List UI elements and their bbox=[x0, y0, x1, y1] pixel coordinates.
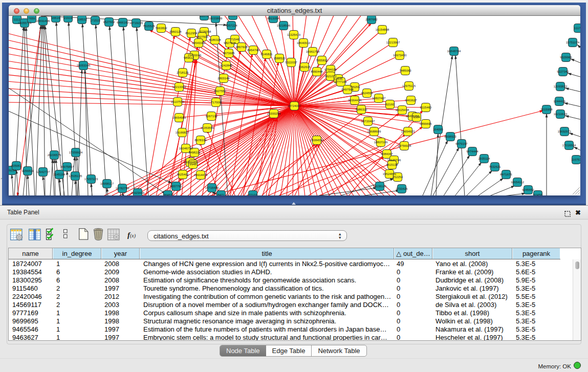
svg-text:16616: 16616 bbox=[52, 16, 60, 19]
svg-text:11670: 11670 bbox=[200, 16, 209, 17]
svg-text:3673685: 3673685 bbox=[223, 52, 235, 55]
svg-text:12505135: 12505135 bbox=[69, 174, 82, 178]
svg-text:16914479: 16914479 bbox=[194, 173, 208, 177]
svg-text:21919: 21919 bbox=[64, 16, 73, 19]
svg-text:2803144: 2803144 bbox=[217, 77, 230, 80]
svg-text:8454749: 8454749 bbox=[247, 49, 259, 52]
svg-text:16782759: 16782759 bbox=[116, 187, 129, 190]
svg-text:15226058: 15226058 bbox=[198, 30, 211, 33]
svg-text:835061: 835061 bbox=[11, 164, 22, 167]
svg-text:12975115: 12975115 bbox=[402, 84, 416, 87]
svg-text:989612: 989612 bbox=[184, 56, 194, 59]
svg-text:3624554: 3624554 bbox=[361, 92, 373, 95]
svg-text:11325419: 11325419 bbox=[287, 33, 301, 36]
svg-text:8912954: 8912954 bbox=[185, 32, 198, 35]
svg-text:20691406: 20691406 bbox=[36, 19, 50, 23]
svg-text:15720407: 15720407 bbox=[361, 120, 375, 123]
svg-text:9777169: 9777169 bbox=[335, 80, 347, 83]
svg-text:12213369: 12213369 bbox=[172, 85, 186, 89]
svg-text:2087682: 2087682 bbox=[365, 18, 378, 21]
svg-text:16154808: 16154808 bbox=[376, 28, 389, 31]
svg-text:9115460: 9115460 bbox=[420, 106, 432, 109]
svg-text:25300293: 25300293 bbox=[267, 112, 281, 115]
svg-text:19756928: 19756928 bbox=[398, 144, 411, 147]
svg-text:92456: 92456 bbox=[534, 193, 542, 195]
svg-text:62160: 62160 bbox=[386, 103, 395, 106]
svg-text:8813054: 8813054 bbox=[267, 17, 279, 20]
svg-text:15751074: 15751074 bbox=[566, 41, 580, 44]
svg-text:10973493: 10973493 bbox=[393, 54, 407, 57]
svg-text:7955812: 7955812 bbox=[316, 59, 328, 62]
svg-text:9948: 9948 bbox=[189, 163, 197, 166]
svg-text:77103: 77103 bbox=[249, 193, 257, 195]
svg-text:15716485: 15716485 bbox=[205, 186, 219, 189]
svg-text:12093822: 12093822 bbox=[554, 85, 568, 88]
svg-text:71546: 71546 bbox=[231, 38, 239, 41]
svg-text:6479197: 6479197 bbox=[455, 142, 468, 145]
svg-text:8471: 8471 bbox=[217, 193, 225, 195]
svg-text:8938923: 8938923 bbox=[444, 135, 456, 138]
svg-text:7659: 7659 bbox=[28, 17, 35, 20]
svg-text:3215958: 3215958 bbox=[540, 108, 553, 111]
svg-text:17359924: 17359924 bbox=[69, 151, 83, 154]
svg-text:18640910: 18640910 bbox=[297, 41, 311, 45]
svg-text:9463627: 9463627 bbox=[405, 99, 417, 102]
svg-text:2718126: 2718126 bbox=[177, 71, 189, 74]
svg-text:16120746: 16120746 bbox=[387, 159, 401, 162]
svg-text:108532: 108532 bbox=[77, 18, 88, 21]
svg-text:9827500: 9827500 bbox=[196, 35, 208, 38]
svg-text:12942737: 12942737 bbox=[36, 170, 50, 173]
svg-text:16210643: 16210643 bbox=[554, 113, 568, 116]
svg-text:9242848: 9242848 bbox=[220, 64, 232, 67]
svg-text:1527602: 1527602 bbox=[103, 20, 115, 24]
svg-text:164095: 164095 bbox=[433, 128, 444, 131]
svg-text:16543382: 16543382 bbox=[192, 41, 206, 45]
svg-text:7663822: 7663822 bbox=[155, 27, 167, 30]
svg-text:1362615: 1362615 bbox=[298, 65, 311, 69]
svg-text:20206576: 20206576 bbox=[48, 154, 61, 157]
svg-text:16046738: 16046738 bbox=[179, 147, 193, 150]
svg-text:1112: 1112 bbox=[14, 18, 20, 21]
svg-text:10719155: 10719155 bbox=[129, 21, 143, 25]
svg-text:116753: 116753 bbox=[571, 158, 580, 161]
svg-text:9474444: 9474444 bbox=[466, 150, 478, 153]
svg-text:6466160: 6466160 bbox=[117, 21, 129, 24]
svg-text:16848784: 16848784 bbox=[447, 50, 461, 53]
svg-text:20657: 20657 bbox=[229, 16, 237, 17]
svg-text:8471676: 8471676 bbox=[500, 173, 512, 176]
svg-text:1156819: 1156819 bbox=[22, 169, 34, 172]
svg-text:14136141: 14136141 bbox=[373, 185, 387, 188]
svg-text:171515: 171515 bbox=[90, 19, 101, 22]
svg-text:7485063: 7485063 bbox=[399, 69, 411, 72]
svg-text:11170: 11170 bbox=[574, 27, 580, 30]
svg-text:3498222: 3498222 bbox=[188, 151, 201, 154]
svg-text:6497568: 6497568 bbox=[341, 88, 354, 91]
svg-text:39154: 39154 bbox=[9, 169, 16, 172]
svg-text:16107553: 16107553 bbox=[171, 100, 185, 103]
svg-text:5322037: 5322037 bbox=[285, 61, 297, 64]
svg-text:12213967: 12213967 bbox=[386, 41, 400, 44]
svg-text:18724007: 18724007 bbox=[288, 104, 301, 107]
svg-text:16961758: 16961758 bbox=[306, 50, 320, 53]
svg-text:9146821: 9146821 bbox=[260, 53, 273, 56]
svg-text:717006: 717006 bbox=[211, 101, 222, 104]
svg-text:0899695: 0899695 bbox=[420, 122, 432, 125]
svg-text:10688609: 10688609 bbox=[367, 130, 381, 133]
svg-text:14055713: 14055713 bbox=[18, 21, 32, 25]
svg-text:7986322: 7986322 bbox=[355, 108, 367, 111]
svg-text:10807487: 10807487 bbox=[372, 97, 386, 100]
svg-text:8990448: 8990448 bbox=[311, 70, 323, 73]
svg-text:96463: 96463 bbox=[164, 193, 172, 195]
svg-text:9227342: 9227342 bbox=[557, 70, 569, 73]
svg-text:19654983: 19654983 bbox=[172, 116, 186, 119]
svg-text:2867608: 2867608 bbox=[235, 46, 248, 49]
svg-text:6794028: 6794028 bbox=[324, 68, 337, 71]
svg-text:7632621: 7632621 bbox=[489, 165, 501, 168]
svg-text:252254: 252254 bbox=[393, 176, 403, 179]
svg-text:1145194: 1145194 bbox=[54, 173, 66, 176]
svg-text:7515526: 7515526 bbox=[143, 25, 155, 28]
svg-text:8678334: 8678334 bbox=[194, 139, 207, 142]
svg-text:17016504: 17016504 bbox=[562, 144, 576, 147]
svg-text:3267130: 3267130 bbox=[205, 115, 217, 118]
svg-text:7357224: 7357224 bbox=[225, 24, 237, 27]
